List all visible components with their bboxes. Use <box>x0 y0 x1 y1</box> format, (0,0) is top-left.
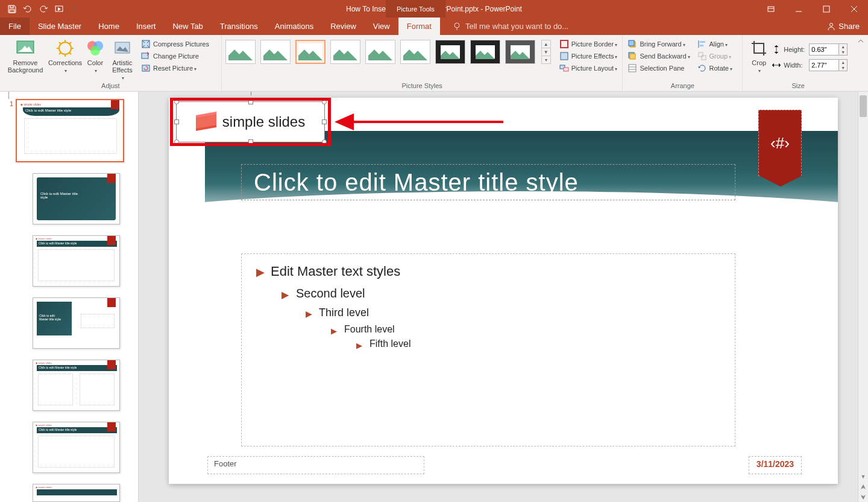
maximize-button[interactable] <box>813 0 840 17</box>
group-label-picture-styles: Picture Styles <box>222 82 623 91</box>
slide-number-placeholder[interactable]: ‹#› <box>758 110 802 176</box>
svg-rect-1 <box>768 7 774 11</box>
qat-customize-button[interactable] <box>68 2 82 16</box>
scrollbar-thumb[interactable] <box>860 95 867 117</box>
picture-effects-button[interactable]: Picture Effects <box>558 51 619 62</box>
layout-thumbnail-6[interactable]: ◆ simple slides <box>33 484 120 502</box>
tab-review[interactable]: Review <box>322 17 365 35</box>
redo-button[interactable] <box>36 2 51 16</box>
picture-style-7[interactable] <box>435 40 465 64</box>
close-button[interactable] <box>840 0 868 17</box>
remove-background-button[interactable]: Remove Background <box>4 37 47 74</box>
group-arrange: Bring Forward Send Backward Selection Pa… <box>623 35 743 91</box>
minimize-button[interactable] <box>785 0 813 17</box>
collapse-ribbon-button[interactable] <box>854 35 868 91</box>
tell-me-placeholder: Tell me what you want to do... <box>465 22 568 31</box>
next-slide-button[interactable]: ⮟ <box>858 492 868 502</box>
annotation-highlight-box <box>170 98 331 146</box>
height-spin-down[interactable]: ▼ <box>839 49 847 55</box>
tab-transitions[interactable]: Transitions <box>212 17 266 35</box>
slide-canvas[interactable]: Click to edit Master title style ‹#› ▶Ed… <box>169 98 838 484</box>
content-placeholder[interactable]: ▶Edit Master text styles ▶Second level ▶… <box>241 253 735 446</box>
svg-rect-30 <box>630 54 635 59</box>
height-input[interactable] <box>809 43 839 56</box>
rotate-button[interactable]: Rotate <box>696 63 734 74</box>
width-input[interactable] <box>809 59 839 71</box>
tab-home[interactable]: Home <box>90 17 128 35</box>
tab-file[interactable]: File <box>0 17 30 35</box>
start-from-beginning-button[interactable] <box>52 2 66 16</box>
tab-view[interactable]: View <box>365 17 398 35</box>
save-button[interactable] <box>5 2 19 16</box>
group-picture-styles: ▲ ▼ ▾ Picture Border Picture Effects Pic… <box>222 35 623 91</box>
tab-animations[interactable]: Animations <box>266 17 322 35</box>
picture-style-1[interactable] <box>225 40 256 64</box>
align-button[interactable]: Align <box>696 39 734 49</box>
layout-thumbnail-2[interactable]: ◆ simple slidesClick to edit Master titl… <box>33 235 120 287</box>
slide-master-thumbnail[interactable]: ◆ simple slides Click to edit Master tit… <box>16 99 124 162</box>
scroll-down-button[interactable]: ▼ <box>858 471 868 481</box>
height-spin-up[interactable]: ▲ <box>839 44 847 49</box>
artistic-effects-button[interactable]: Artistic Effects <box>107 37 137 81</box>
bring-forward-button[interactable]: Bring Forward <box>626 39 691 49</box>
workspace: 1 ◆ simple slides Click to edit Master t… <box>0 92 868 502</box>
corrections-button[interactable]: Corrections <box>47 37 83 74</box>
tab-slide-master[interactable]: Slide Master <box>30 17 90 35</box>
tab-insert[interactable]: Insert <box>128 17 165 35</box>
reset-picture-button[interactable]: Reset Picture <box>140 63 210 74</box>
layout-thumbnail-3[interactable]: Click to editMaster title style <box>33 297 120 349</box>
layout-thumbnail-4[interactable]: ◆ simple slidesClick to edit Master titl… <box>33 360 120 411</box>
send-backward-button[interactable]: Send Backward <box>626 51 691 62</box>
group-adjust: Remove Background Corrections Color Arti… <box>0 35 222 91</box>
picture-style-9[interactable] <box>505 40 535 64</box>
width-spin-up[interactable]: ▲ <box>839 60 847 65</box>
share-button[interactable]: Share <box>819 17 868 35</box>
undo-button[interactable] <box>20 2 35 16</box>
ribbon: Remove Background Corrections Color Arti… <box>0 35 868 92</box>
tab-new-tab[interactable]: New Tab <box>164 17 211 35</box>
svg-rect-35 <box>702 56 706 60</box>
picture-style-gallery: ▲ ▼ ▾ <box>222 37 555 66</box>
picture-layout-button[interactable]: Picture Layout <box>558 63 619 74</box>
svg-point-4 <box>830 23 833 26</box>
slide-thumbnail-panel: 1 ◆ simple slides Click to edit Master t… <box>0 92 139 502</box>
svg-rect-34 <box>699 52 703 57</box>
vertical-scrollbar[interactable]: ▲ ▼ ⮝ ⮟ <box>858 92 868 502</box>
footer-placeholder[interactable]: Footer <box>207 456 424 474</box>
svg-rect-33 <box>700 45 703 46</box>
gallery-expand[interactable]: ▾ <box>542 56 550 63</box>
contextual-tab-picture-tools: Picture Tools <box>386 0 445 17</box>
selected-picture-object[interactable]: simple slides <box>170 98 331 146</box>
compress-pictures-button[interactable]: Compress Pictures <box>140 39 210 49</box>
picture-style-2[interactable] <box>260 40 291 64</box>
picture-style-4[interactable] <box>330 40 360 64</box>
color-button[interactable]: Color <box>83 37 107 74</box>
annotation-arrow <box>335 116 503 128</box>
svg-rect-24 <box>561 52 568 60</box>
picture-style-3[interactable] <box>295 40 326 64</box>
height-field-row: Height: ▲▼ <box>772 42 848 57</box>
layout-thumbnail-1[interactable]: Click to edit Master titlestyle <box>33 173 120 224</box>
group-label-arrange: Arrange <box>623 82 742 91</box>
tab-format[interactable]: Format <box>398 17 440 35</box>
prev-slide-button[interactable]: ⮝ <box>858 481 868 492</box>
picture-style-6[interactable] <box>400 40 430 64</box>
gallery-scroll: ▲ ▼ ▾ <box>541 40 551 64</box>
slide-editor[interactable]: Click to edit Master title style ‹#› ▶Ed… <box>139 92 868 502</box>
tell-me-search[interactable]: Tell me what you want to do... <box>452 17 568 35</box>
date-placeholder[interactable]: 3/11/2023 <box>749 456 802 474</box>
quick-access-toolbar <box>0 2 82 16</box>
layout-thumbnail-5[interactable]: ◆ simple slidesClick to edit Master titl… <box>33 422 120 473</box>
change-picture-button[interactable]: Change Picture <box>140 51 210 62</box>
gallery-scroll-down[interactable]: ▼ <box>542 48 550 56</box>
gallery-scroll-up[interactable]: ▲ <box>542 40 550 48</box>
picture-border-button[interactable]: Picture Border <box>558 39 619 49</box>
ribbon-display-options-button[interactable] <box>757 0 785 17</box>
selection-pane-button[interactable]: Selection Pane <box>626 63 691 74</box>
picture-style-8[interactable] <box>470 40 500 64</box>
title-placeholder[interactable]: Click to edit Master title style <box>241 164 735 200</box>
picture-style-5[interactable] <box>365 40 395 64</box>
width-spin-down[interactable]: ▼ <box>839 65 847 71</box>
crop-button[interactable]: Crop <box>746 37 772 74</box>
svg-rect-23 <box>561 40 568 48</box>
